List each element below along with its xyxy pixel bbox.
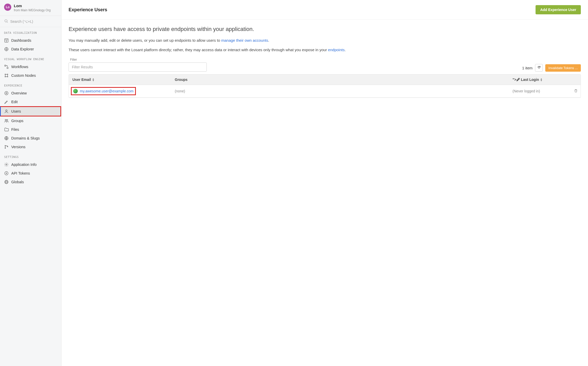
nav-section-settings: SETTINGS — [0, 151, 61, 160]
sidebar-item-label: Versions — [11, 145, 26, 149]
sidebar-item-label: API Tokens — [11, 171, 30, 175]
col-actions — [570, 74, 581, 85]
sidebar-item-app-info[interactable]: Application Info — [0, 160, 61, 169]
col-last-login[interactable]: ">🖉 Last Login ▲▼ — [509, 74, 570, 85]
app-subtitle: from Main WEGnology Org — [14, 8, 51, 12]
dashboard-icon — [4, 38, 9, 43]
gear-icon — [4, 162, 9, 167]
sidebar: Lo Lom from Main WEGnology Org DATA VISU… — [0, 0, 61, 366]
nav-section-data-viz: DATA VISUALIZATION — [0, 27, 61, 36]
sidebar-item-users[interactable]: Users — [0, 106, 61, 116]
files-icon — [4, 127, 9, 132]
sort-icon: ▲▼ — [540, 78, 543, 81]
delete-user-button[interactable] — [574, 89, 578, 93]
sidebar-item-label: Groups — [11, 119, 24, 123]
sort-icon: ▲▼ — [92, 78, 94, 81]
sidebar-item-api-tokens[interactable]: API Tokens — [0, 169, 61, 178]
custom-nodes-icon — [4, 73, 9, 78]
svg-point-12 — [5, 91, 8, 95]
filter-label: Filter — [70, 58, 207, 61]
sidebar-item-dashboards[interactable]: Dashboards — [0, 36, 61, 45]
search-input[interactable] — [10, 19, 57, 24]
sidebar-item-domains[interactable]: Domains & Slugs — [0, 134, 61, 143]
user-avatar-icon — [73, 89, 78, 93]
refresh-icon — [537, 66, 541, 70]
groups-icon — [4, 119, 9, 123]
sidebar-item-label: Files — [11, 127, 19, 132]
search-icon — [4, 19, 8, 24]
users-table: User Email ▲▼ Groups ">🖉 Last Login ▲▼ m… — [69, 74, 581, 98]
cell-groups: (none) — [171, 85, 509, 97]
overview-icon — [4, 91, 9, 95]
sidebar-item-files[interactable]: Files — [0, 125, 61, 134]
svg-point-13 — [6, 93, 7, 94]
intro-paragraph-1: You may manually add, edit or delete use… — [69, 38, 581, 44]
sidebar-item-workflows[interactable]: Workflows — [0, 62, 61, 71]
sidebar-search[interactable] — [0, 16, 61, 27]
api-icon — [4, 171, 9, 176]
refresh-button[interactable] — [535, 64, 543, 72]
filter-input[interactable] — [69, 62, 207, 72]
intro-paragraph-2: These users cannot interact with the Los… — [69, 47, 581, 53]
edit-icon — [4, 100, 9, 104]
sidebar-item-label: Overview — [11, 91, 27, 95]
page-body: Experience users have access to private … — [61, 20, 588, 104]
user-email-link[interactable]: my.awesome.user@example.com — [80, 89, 134, 93]
sidebar-item-label: Edit — [11, 100, 18, 104]
main-content: Experience Users Add Experience User Exp… — [61, 0, 588, 366]
svg-point-16 — [7, 120, 8, 121]
table-header: User Email ▲▼ Groups ">🖉 Last Login ▲▼ — [69, 74, 581, 85]
nav-section-experience: EXPERIENCE — [0, 80, 61, 89]
manage-accounts-link[interactable]: manage their own accounts — [221, 38, 268, 42]
cell-email: my.awesome.user@example.com — [69, 85, 171, 97]
cell-actions — [570, 85, 581, 97]
sidebar-item-label: Data Explorer — [11, 47, 34, 51]
svg-point-11 — [7, 76, 8, 77]
nav-section-workflow: VISUAL WORKFLOW ENGINE — [0, 53, 61, 62]
sidebar-item-label: Workflows — [11, 65, 28, 69]
globe-icon — [4, 136, 9, 141]
invalidate-tokens-button[interactable]: Invalidate Tokens ... — [545, 64, 581, 72]
endpoints-link[interactable]: endpoints — [328, 48, 345, 52]
svg-point-9 — [7, 74, 8, 75]
page-title: Experience Users — [69, 7, 107, 13]
sidebar-item-globals[interactable]: Globals — [0, 178, 61, 186]
globals-icon — [4, 180, 9, 184]
avatar[interactable]: Lo — [4, 4, 11, 11]
sidebar-item-label: Application Info — [11, 163, 37, 167]
cell-last-login: (Never logged in) — [509, 85, 570, 97]
sidebar-item-label: Custom Nodes — [11, 73, 36, 78]
table-row: my.awesome.user@example.com (none) (Neve… — [69, 85, 581, 98]
svg-point-10 — [5, 76, 6, 77]
sidebar-item-label: Domains & Slugs — [11, 136, 40, 140]
svg-rect-6 — [5, 65, 6, 66]
sidebar-item-label: Globals — [11, 180, 24, 184]
sidebar-item-data-explorer[interactable]: Data Explorer — [0, 45, 61, 53]
workflow-icon — [4, 64, 9, 69]
sidebar-item-edit[interactable]: Edit — [0, 98, 61, 106]
user-icon — [4, 109, 9, 114]
branch-icon — [4, 145, 9, 149]
sidebar-item-custom-nodes[interactable]: Custom Nodes — [0, 71, 61, 80]
svg-point-21 — [6, 164, 7, 165]
intro-headline: Experience users have access to private … — [69, 26, 581, 33]
svg-point-14 — [6, 110, 7, 111]
sidebar-item-groups[interactable]: Groups — [0, 116, 61, 125]
sidebar-item-overview[interactable]: Overview — [0, 89, 61, 98]
highlighted-email-cell: my.awesome.user@example.com — [71, 87, 136, 95]
sidebar-item-label: Dashboards — [11, 38, 31, 42]
sidebar-item-label: Users — [11, 109, 21, 113]
svg-point-15 — [5, 120, 6, 121]
sidebar-item-versions[interactable]: Versions — [0, 143, 61, 151]
svg-point-8 — [5, 74, 6, 75]
col-user-email[interactable]: User Email ▲▼ — [69, 74, 171, 85]
explorer-icon — [4, 47, 9, 51]
svg-point-18 — [5, 145, 6, 146]
item-count: 1 item — [522, 66, 532, 70]
col-groups[interactable]: Groups — [171, 74, 509, 85]
sidebar-header: Lo Lom from Main WEGnology Org — [0, 0, 61, 16]
page-header: Experience Users Add Experience User — [61, 0, 588, 20]
svg-point-19 — [5, 148, 6, 148]
add-experience-user-button[interactable]: Add Experience User — [536, 5, 581, 14]
svg-line-1 — [7, 22, 8, 23]
